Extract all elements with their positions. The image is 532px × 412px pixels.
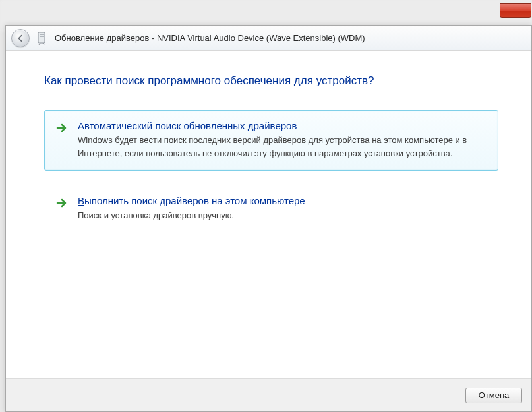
wizard-content: Как провести поиск программного обеспече…	[6, 51, 531, 378]
driver-update-wizard-window: Обновление драйверов - NVIDIA Virtual Au…	[5, 25, 532, 412]
option-auto-desc: Windows будет вести поиск последних верс…	[78, 134, 487, 160]
option-manual-search[interactable]: Выполнить поиск драйверов на этом компью…	[44, 185, 498, 233]
option-manual-desc: Поиск и установка драйверов вручную.	[78, 209, 487, 222]
window-close-button[interactable]	[500, 3, 531, 18]
option-manual-title: Выполнить поиск драйверов на этом компью…	[78, 195, 487, 206]
arrow-right-icon	[55, 196, 69, 210]
titlebar: Обновление драйверов - NVIDIA Virtual Au…	[6, 26, 531, 51]
page-heading: Как провести поиск программного обеспече…	[44, 74, 498, 88]
option-auto-title: Автоматический поиск обновленных драйвер…	[78, 120, 487, 131]
svg-rect-2	[40, 36, 44, 37]
svg-rect-1	[40, 34, 44, 35]
back-arrow-icon	[16, 34, 25, 43]
wizard-footer: Отмена	[6, 378, 531, 411]
window-title: Обновление драйверов - NVIDIA Virtual Au…	[55, 33, 365, 43]
option-auto-search[interactable]: Автоматический поиск обновленных драйвер…	[44, 110, 498, 171]
cancel-button[interactable]: Отмена	[465, 388, 522, 403]
device-icon	[36, 32, 48, 45]
back-button[interactable]	[11, 29, 30, 47]
arrow-right-icon	[55, 121, 69, 134]
